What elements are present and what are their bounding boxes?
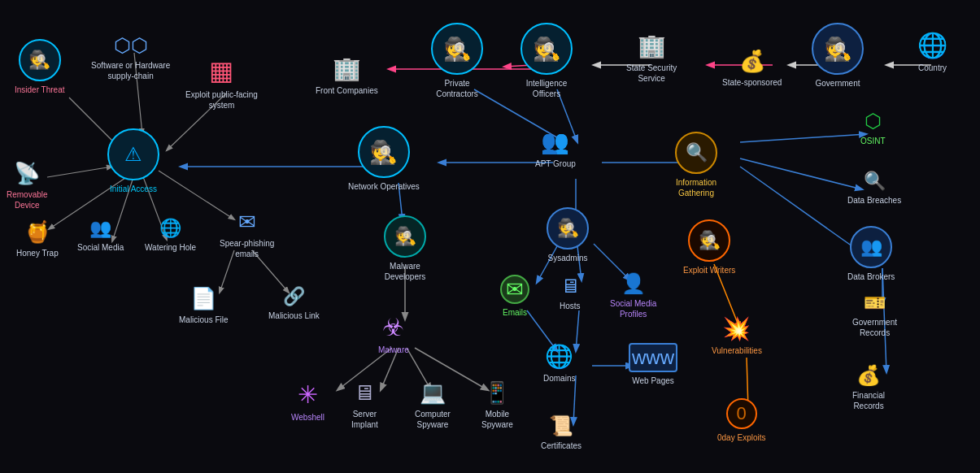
honey-trap-label: Honey Trap	[16, 248, 59, 258]
exploit-writers-icon: 🕵	[688, 219, 730, 262]
emails-node: ✉ Emails	[500, 275, 529, 318]
web-pages-node: www Web Pages	[629, 343, 677, 386]
country-label: Country	[918, 63, 947, 73]
apt-group-icon: 👥	[541, 128, 569, 155]
private-contractors-icon: 🕵	[431, 23, 483, 75]
server-implant-node: 🖥 ServerImplant	[351, 380, 378, 430]
intelligence-officers-node: 🕵 IntelligenceOfficers	[520, 23, 573, 99]
watering-hole-label: Watering Hole	[145, 242, 196, 253]
info-gathering-label: InformationGathering	[676, 177, 716, 198]
web-pages-icon: www	[629, 343, 677, 372]
network-operatives-icon: 🕵	[358, 126, 410, 178]
spear-phishing-node: ✉ Spear-phishingemails	[220, 210, 274, 259]
removable-device-node: 📡 RemovableDevice	[7, 161, 48, 210]
malicious-link-icon: 🔗	[283, 286, 305, 307]
software-hw-node: ⬡⬡ Software or Hardwaresupply-chain	[91, 34, 170, 81]
hosts-icon: 🖥	[560, 275, 580, 297]
osint-icon: ⬡	[865, 110, 882, 132]
malware-developers-node: 🕵 Malware Developers	[368, 215, 442, 282]
computer-spyware-node: 💻 ComputerSpyware	[415, 380, 451, 430]
malware-developers-label: Malware Developers	[368, 261, 442, 282]
computer-spyware-icon: 💻	[420, 380, 446, 406]
osint-label: OSINT	[860, 136, 886, 146]
domains-node: 🌐 Domains	[543, 343, 575, 384]
financial-records-label: FinancialRecords	[852, 390, 885, 411]
social-media-profiles-icon: 👤	[621, 272, 646, 295]
malware-node: ☣ Malware	[378, 313, 409, 355]
state-security-node: 🏢 State SecurityService	[626, 33, 677, 84]
data-breaches-label: Data Breaches	[847, 195, 901, 206]
sysadmins-icon: 🕵	[547, 207, 589, 250]
front-companies-label: Front Companies	[316, 85, 378, 96]
removable-device-icon: 📡	[14, 161, 40, 186]
computer-spyware-label: ComputerSpyware	[415, 409, 451, 430]
honey-trap-node: 🍯 Honey Trap	[16, 219, 59, 258]
spear-phishing-label: Spear-phishingemails	[220, 238, 274, 259]
zero-day-icon: 0	[726, 398, 757, 429]
malware-label: Malware	[378, 345, 409, 355]
svg-line-22	[576, 310, 579, 351]
software-hw-label: Software or Hardwaresupply-chain	[91, 60, 170, 81]
malware-developers-icon: 🕵	[384, 215, 426, 258]
malicious-file-icon: 📄	[190, 286, 216, 311]
insider-threat-label: Insider Threat	[15, 85, 65, 95]
sysadmins-node: 🕵 Sysadmins	[547, 207, 589, 263]
vulnerabilities-label: Vulnerabilities	[712, 345, 762, 356]
social-media-tactic-node: 👥 Social Media	[77, 218, 124, 253]
webshell-label: Webshell	[291, 412, 324, 423]
svg-line-13	[740, 167, 858, 250]
honey-trap-icon: 🍯	[24, 219, 50, 245]
data-brokers-icon: 👥	[850, 226, 892, 268]
network-operatives-node: 🕵 Network Operatives	[348, 126, 420, 192]
domains-label: Domains	[543, 373, 575, 384]
sysadmins-label: Sysadmins	[548, 253, 588, 263]
malicious-file-node: 📄 Malicious File	[179, 286, 229, 325]
data-brokers-node: 👥 Data Brokers	[847, 226, 895, 282]
social-media-profiles-node: 👤 Social MediaProfiles	[610, 272, 656, 319]
hosts-label: Hosts	[560, 301, 581, 311]
osint-node: ⬡ OSINT	[860, 110, 886, 146]
zero-day-label: 0day Exploits	[717, 432, 765, 443]
intelligence-officers-icon: 🕵	[520, 23, 573, 75]
apt-group-label: APT Group	[535, 158, 576, 169]
vulnerabilities-node: 💥 Vulnerabilities	[712, 315, 762, 356]
data-breaches-icon: 🔍	[864, 171, 886, 192]
malware-icon: ☣	[382, 313, 404, 341]
gov-records-icon: 🎫	[864, 293, 886, 314]
mobile-spyware-icon: 📱	[484, 380, 510, 406]
social-media-tactic-label: Social Media	[77, 242, 124, 253]
malicious-link-label: Malicious Link	[268, 310, 320, 321]
financial-records-node: 💰 FinancialRecords	[852, 364, 885, 411]
certificates-icon: 📜	[549, 414, 573, 437]
data-brokers-label: Data Brokers	[847, 271, 895, 282]
svg-line-11	[740, 134, 866, 142]
malicious-link-node: 🔗 Malicious Link	[268, 286, 320, 321]
malicious-file-label: Malicious File	[179, 315, 229, 325]
data-breaches-node: 🔍 Data Breaches	[847, 171, 901, 206]
certificates-node: 📜 Certificates	[541, 414, 581, 451]
svg-line-36	[47, 167, 112, 177]
hosts-node: 🖥 Hosts	[560, 275, 581, 311]
info-gathering-icon: 🔍	[675, 132, 717, 174]
spear-phishing-icon: ✉	[238, 210, 256, 235]
private-contractors-node: 🕵 PrivateContractors	[431, 23, 483, 99]
intelligence-officers-label: IntelligenceOfficers	[526, 78, 568, 99]
web-pages-label: Web Pages	[632, 375, 674, 386]
gov-records-node: 🎫 GovernmentRecords	[852, 293, 897, 338]
svg-line-12	[740, 158, 862, 189]
initial-access-node: ⚠ Initial Access	[107, 128, 159, 194]
removable-device-label: RemovableDevice	[7, 189, 48, 210]
state-sponsored-label: State-sponsored	[722, 77, 782, 88]
exploit-writers-node: 🕵 Exploit Writers	[683, 219, 735, 276]
mobile-spyware-node: 📱 MobileSpyware	[481, 380, 513, 430]
government-label: Government	[815, 78, 860, 89]
exploit-public-icon: ▦	[209, 55, 233, 86]
initial-access-icon: ⚠	[107, 128, 159, 180]
state-sponsored-node: 💰 State-sponsored	[722, 49, 782, 88]
certificates-label: Certificates	[541, 440, 581, 451]
zero-day-node: 0 0day Exploits	[717, 398, 765, 443]
info-gathering-node: 🔍 InformationGathering	[675, 132, 717, 198]
insider-threat-node: 🕵 Insider Threat	[15, 39, 65, 95]
server-implant-label: ServerImplant	[351, 409, 378, 430]
state-sponsored-icon: 💰	[739, 49, 765, 74]
